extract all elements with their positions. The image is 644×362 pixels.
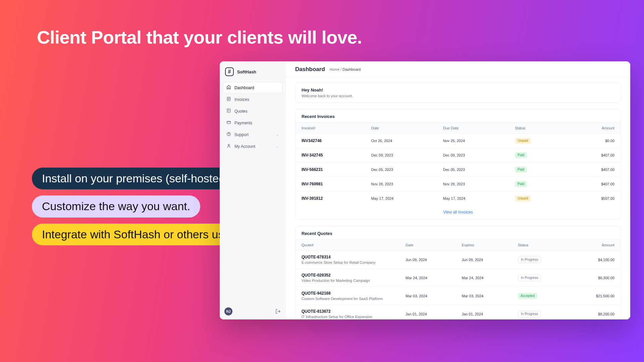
- table-row[interactable]: INV-566231Dec 05, 2023Dec 05, 2023Paid$4…: [296, 163, 621, 177]
- logout-icon[interactable]: [275, 309, 281, 314]
- table-row[interactable]: QUOTE-942168Custom Software Development …: [296, 287, 621, 305]
- chevron-down-icon: ⌄: [276, 133, 279, 136]
- quote-date: Jun 09, 2024: [399, 251, 455, 269]
- invoice-amount: $507.00: [568, 191, 621, 206]
- quote-id: QUOTE-028352: [302, 273, 331, 278]
- quote-date: Jan 01, 2024: [399, 305, 455, 320]
- breadcrumb-home[interactable]: Home: [330, 67, 339, 71]
- table-row[interactable]: QUOTE-813672IT Infrastructure Setup for …: [296, 305, 621, 320]
- recent-quotes-title: Recent Quotes: [296, 226, 621, 239]
- quote-date: Mar 24, 2024: [399, 269, 455, 287]
- table-row[interactable]: INV-342745Dec 09, 2023Dec 09, 2023Paid$4…: [296, 148, 621, 163]
- invoice-icon: [226, 97, 231, 102]
- invoice-date: Dec 09, 2023: [365, 148, 437, 163]
- invoice-due-date: Nov 28, 2023: [437, 177, 509, 191]
- invoice-id: INV-391812: [302, 196, 323, 201]
- brand-name: SoftHash: [237, 69, 256, 74]
- invoice-due-date: Dec 09, 2023: [437, 148, 509, 163]
- svg-point-2: [228, 110, 228, 110]
- recent-invoices-title: Recent Invoices: [296, 109, 621, 122]
- sidebar-item-dashboard[interactable]: Dashboard: [223, 82, 282, 93]
- quote-amount: $4,100.00: [570, 251, 621, 269]
- sidebar-nav: DashboardInvoicesQuotesPaymentsSupport⌄M…: [223, 82, 282, 152]
- col-quote-status: Status: [512, 240, 570, 251]
- table-row[interactable]: INV-391812May 17, 2024May 17, 2024Unpaid…: [296, 191, 621, 206]
- invoices-footer: View all Invoices: [296, 205, 621, 220]
- chevron-down-icon: ⌄: [276, 144, 279, 148]
- invoice-date: May 17, 2024: [365, 191, 437, 206]
- table-row[interactable]: INV-760981Nov 28, 2023Nov 28, 2023Paid$4…: [296, 177, 621, 191]
- sidebar-item-support[interactable]: Support⌄: [223, 129, 282, 140]
- col-date: Date: [365, 123, 437, 134]
- svg-point-5: [228, 144, 229, 146]
- home-icon: [226, 85, 231, 90]
- table-row[interactable]: INV342746Oct 26, 2024Nov 25, 2024Unpaid$…: [296, 134, 621, 148]
- bullet-self-hosted: Install on your premises (self-hosted).: [32, 168, 242, 189]
- sidebar-item-payments[interactable]: Payments: [223, 117, 282, 128]
- status-badge: Accepted: [518, 293, 537, 299]
- quotes-table: Quote# Date Expires Status Amount QUOTE-…: [296, 239, 621, 319]
- status-badge: In Progress: [518, 311, 541, 317]
- sidebar-item-my-account[interactable]: My Account⌄: [223, 141, 282, 152]
- main-body: Hey Noah! Welcome back to your account. …: [286, 78, 630, 319]
- invoice-id: INV342746: [302, 138, 322, 143]
- invoice-id: INV-342745: [302, 153, 323, 158]
- invoice-date: Oct 26, 2024: [365, 134, 437, 148]
- avatar[interactable]: HJ: [224, 307, 232, 315]
- quote-desc: E-commerce Store Setup for Retail Compan…: [302, 260, 393, 264]
- page-title: Dashboard: [295, 66, 325, 73]
- page-header: Dashboard Home / Dashboard: [286, 61, 630, 78]
- quote-expires: Mar 03, 2024: [456, 287, 512, 305]
- sidebar-item-label: Quotes: [234, 109, 279, 114]
- col-due-date: Due Date: [437, 123, 509, 134]
- user-icon: [226, 143, 231, 149]
- invoice-amount: $0.00: [568, 134, 621, 148]
- brand[interactable]: # SoftHash: [223, 66, 282, 82]
- greeting-subtitle: Welcome back to your account.: [302, 94, 614, 98]
- invoice-amount: $407.00: [568, 148, 621, 163]
- sidebar-item-label: Support: [234, 132, 273, 137]
- col-quote-date: Date: [399, 240, 455, 251]
- table-row[interactable]: QUOTE-678314E-commerce Store Setup for R…: [296, 251, 621, 269]
- invoice-date: Nov 28, 2023: [365, 177, 437, 191]
- sidebar: # SoftHash DashboardInvoicesQuotesPaymen…: [220, 61, 286, 319]
- col-quote-amount: Amount: [570, 240, 621, 251]
- quote-amount: $8,200.00: [570, 305, 621, 320]
- sidebar-footer: HJ: [223, 305, 282, 316]
- breadcrumb-current: Dashboard: [342, 67, 361, 71]
- app-window: # SoftHash DashboardInvoicesQuotesPaymen…: [220, 61, 630, 319]
- sidebar-item-quotes[interactable]: Quotes: [223, 106, 282, 117]
- status-badge: Paid: [515, 167, 527, 173]
- breadcrumb-sep: /: [339, 67, 342, 71]
- status-badge: Paid: [515, 152, 527, 158]
- card-icon: [226, 120, 231, 126]
- breadcrumb: Home / Dashboard: [330, 67, 361, 71]
- quote-amount: $21,500.00: [570, 287, 621, 305]
- brand-logo-icon: #: [225, 67, 234, 76]
- col-quote-id: Quote#: [296, 240, 399, 251]
- col-expires: Expires: [456, 240, 512, 251]
- quote-date: Mar 03, 2024: [399, 287, 455, 305]
- quote-id: QUOTE-942168: [302, 291, 331, 296]
- recent-invoices-card: Recent Invoices Invoice# Date Due Date S…: [295, 109, 621, 220]
- invoices-table: Invoice# Date Due Date Status Amount INV…: [296, 122, 621, 205]
- greeting-title: Hey Noah!: [302, 87, 614, 93]
- quote-amount: $6,300.00: [570, 269, 621, 287]
- table-row[interactable]: QUOTE-028352Video Production for Marketi…: [296, 269, 621, 287]
- sidebar-item-invoices[interactable]: Invoices: [223, 94, 282, 105]
- invoice-due-date: Nov 25, 2024: [437, 134, 509, 148]
- status-badge: In Progress: [518, 275, 541, 281]
- svg-rect-1: [227, 109, 230, 113]
- invoice-date: Dec 05, 2023: [365, 163, 437, 177]
- col-amount: Amount: [568, 123, 621, 134]
- quote-expires: Mar 24, 2024: [456, 269, 512, 287]
- invoice-amount: $407.00: [568, 177, 621, 191]
- quote-id: QUOTE-813672: [302, 309, 331, 314]
- greeting-card: Hey Noah! Welcome back to your account.: [295, 82, 621, 103]
- svg-rect-3: [227, 121, 231, 124]
- support-icon: [226, 132, 231, 137]
- invoice-id: INV-566231: [302, 167, 323, 172]
- view-all-invoices-link[interactable]: View all Invoices: [443, 210, 473, 215]
- sidebar-item-label: Invoices: [234, 97, 279, 102]
- quote-expires: Jun 09, 2024: [456, 251, 512, 269]
